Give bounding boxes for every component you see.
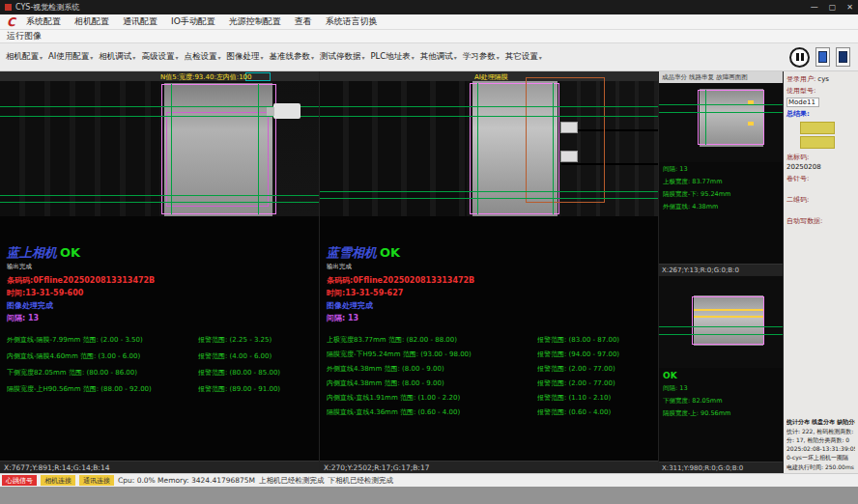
tool-label: 图像处理: [226, 51, 259, 63]
measure-line-green: [320, 198, 658, 199]
chevron-down-icon: ▾: [497, 54, 500, 61]
output-note: 输出完成: [7, 263, 312, 271]
lower-camera-panel: AI处理隔膜 蓝雪相机 OK 输出完成 条码码:0Ffline202502081…: [320, 71, 659, 473]
measurement-row: 隔膜直线-直线4.36mm 范围: (0.60 - 4.00)报警范围: (0.…: [327, 407, 651, 417]
tool-image-processing[interactable]: 图像处理▾: [223, 48, 266, 66]
roi-box-orange: [526, 77, 605, 203]
login-user-value: cys: [817, 75, 829, 83]
maximize-button[interactable]: ▢: [829, 3, 837, 12]
tool-ai-use-config[interactable]: AI使用配置▾: [45, 48, 96, 66]
alarm-range: 报警范围: (4.00 - 6.00): [198, 351, 312, 361]
tool-camera-debug[interactable]: 相机调试▾: [96, 48, 138, 66]
preview-header: 成品率分 线路串复 故障画面图: [659, 71, 783, 83]
preview-top-viewport[interactable]: [659, 83, 783, 162]
menu-item-light-control-config[interactable]: 光源控制配置: [222, 14, 288, 29]
tool-plc-address-table[interactable]: PLC地址表▾: [367, 48, 416, 66]
measurement-row: 下侧宽度82.05mm 范围: (80.00 - 86.00)报警范围: (80…: [7, 368, 312, 378]
tool-other-settings[interactable]: 其它设置▾: [502, 48, 545, 66]
measurement-list: 外侧直线-隔膜-7.99mm 范围: (2.00 - 3.50)报警范围: (2…: [7, 335, 312, 394]
winding-pin-value: [786, 184, 855, 192]
tool-spot-check[interactable]: 点检设置▾: [181, 48, 223, 66]
window: CYS-视觉检测系统 — ▢ ✕ C 系统配置 相机配置 通讯配置 IO手动配置…: [0, 0, 858, 504]
upper-camera-button[interactable]: [815, 47, 830, 67]
measure-line-green: [659, 326, 783, 327]
statistics-line: 2025:02:08-13:31:39:05, 0: [786, 444, 855, 453]
pixel-coordinates-bar: X:267;Y:13;R:0;G:0;B:0: [659, 264, 783, 275]
login-user-label: 登录用户:: [786, 74, 815, 84]
lower-camera-viewport[interactable]: AI处理隔膜: [320, 71, 658, 216]
measurement-name: 下侧宽度82.05mm 范围: (80.00 - 86.00): [7, 368, 198, 378]
measure-line-green-vertical: [705, 90, 706, 145]
tool-label: 学习参数: [463, 51, 496, 63]
measure-line-green: [320, 116, 658, 117]
alarm-range: 报警范围: (1.10 - 2.10): [537, 393, 651, 403]
alarm-range: 报警范围: (80.00 - 85.00): [198, 368, 312, 378]
model-label: 使用型号:: [786, 86, 815, 96]
result-indicator-1: [800, 122, 835, 134]
tool-label: 测试停数据: [320, 51, 361, 63]
measure-line-green: [320, 106, 658, 107]
comm-link-indicator: 通讯连接: [79, 475, 114, 486]
preview-line: 隔膜宽度-上: 90.56mm: [663, 409, 779, 418]
tool-label: AI使用配置: [48, 51, 89, 63]
tool-other-debug[interactable]: 其他调试▾: [417, 48, 460, 66]
menu-item-view[interactable]: 查看: [288, 14, 319, 29]
measurement-name: 外侧直线4.38mm 范围: (8.00 - 9.00): [327, 364, 537, 374]
toolbar: 相机配置▾ AI使用配置▾ 相机调试▾ 高级设置▾ 点检设置▾ 图像处理▾ 基准…: [0, 43, 858, 71]
pixel-coordinates-bar: X:270;Y:2502;R:17;G:17;B:17: [320, 461, 658, 473]
tool-advanced-settings[interactable]: 高级设置▾: [138, 48, 181, 66]
measurement-row: 隔膜宽度-上H90.56mm 范围: (88.00 - 92.00)报警范围: …: [7, 384, 312, 394]
statistics-line: 分: 17, 检陷分类两数: 0: [786, 435, 855, 444]
window-title: CYS-视觉检测系统: [15, 2, 79, 13]
measure-line-green: [0, 195, 319, 196]
menu-item-comm-config[interactable]: 通讯配置: [116, 14, 164, 29]
chevron-down-icon: ▾: [132, 54, 135, 61]
tool-test-data[interactable]: 测试停数据▾: [317, 48, 368, 66]
menubar: C 系统配置 相机配置 通讯配置 IO手动配置 光源控制配置 查看 系统语言切换: [0, 14, 858, 30]
tool-learning-params[interactable]: 学习参数▾: [460, 48, 502, 66]
alarm-range: 报警范围: (89.00 - 91.00): [198, 384, 312, 394]
tool-baseline-params[interactable]: 基准线参数▾: [266, 48, 317, 66]
menu-item-system-config[interactable]: 系统配置: [19, 14, 68, 29]
alarm-range: 报警范围: (0.60 - 4.00): [537, 407, 651, 417]
chevron-down-icon: ▾: [311, 54, 314, 61]
close-button[interactable]: ✕: [846, 3, 853, 12]
alarm-range: 报警范围: (83.00 - 87.00): [537, 335, 651, 345]
cpu-memory-status: Cpu: 0.0% Memory: 3424.41796875M: [118, 476, 255, 485]
chevron-down-icon: ▾: [40, 54, 43, 61]
menu-item-camera-config[interactable]: 相机配置: [68, 14, 116, 29]
process-status-line: 图像处理完成: [7, 300, 312, 311]
heartbeat-indicator: 心跳信号: [2, 475, 37, 486]
pause-button[interactable]: [789, 47, 810, 68]
preview-column: 成品率分 线路串复 故障画面图 间隔: 13 上极宽度: 83.77mm 隔膜宽…: [659, 71, 784, 473]
upper-camera-viewport[interactable]: N值5:宽度:93.40:左内值:100: [0, 71, 319, 216]
connector-part: [273, 103, 300, 119]
tool-camera-config[interactable]: 相机配置▾: [3, 48, 45, 66]
measurement-name: 外侧直线-隔膜-7.99mm 范围: (2.00 - 3.50): [7, 335, 198, 345]
pause-icon: [796, 53, 799, 61]
measure-line-green-vertical: [171, 84, 172, 214]
pixel-coordinates-bar: X:311;Y:980;R:0;G:0;B:0: [659, 462, 783, 473]
camera-name: 蓝雪相机: [327, 244, 377, 262]
statusbar: 心跳信号 相机连接 通讯连接 Cpu: 0.0% Memory: 3424.41…: [0, 473, 858, 487]
pixel-coordinates-bar: X:7677;Y:891;R:14;G:14;B:14: [0, 461, 319, 473]
roi-box-magenta-inner: [166, 112, 269, 207]
reflective-chip: [560, 151, 578, 162]
machine-structure: [0, 81, 159, 216]
connector-nub: [267, 107, 274, 116]
chevron-down-icon: ▾: [361, 54, 364, 61]
menu-item-language-switch[interactable]: 系统语言切换: [319, 14, 385, 29]
tool-label: 点检设置: [184, 51, 216, 63]
model-value-field[interactable]: Mode11: [786, 98, 819, 107]
minimize-button[interactable]: —: [811, 3, 818, 12]
menu-item-io-manual-config[interactable]: IO手动配置: [164, 14, 222, 29]
reflective-chip: [560, 122, 578, 133]
alarm-range: 报警范围: (94.00 - 97.00): [537, 350, 651, 359]
run-image-tab[interactable]: 运行图像: [0, 30, 858, 43]
measurement-list: 上极宽度83.77mm 范围: (82.00 - 88.00)报警范围: (83…: [327, 335, 651, 417]
measure-line-green: [659, 112, 783, 113]
alarm-range: 报警范围: (2.00 - 77.00): [537, 364, 651, 374]
overlay-measurement-label: AI处理隔膜: [474, 72, 508, 82]
lower-camera-button[interactable]: [836, 47, 850, 67]
preview-bottom-viewport[interactable]: [659, 276, 783, 368]
